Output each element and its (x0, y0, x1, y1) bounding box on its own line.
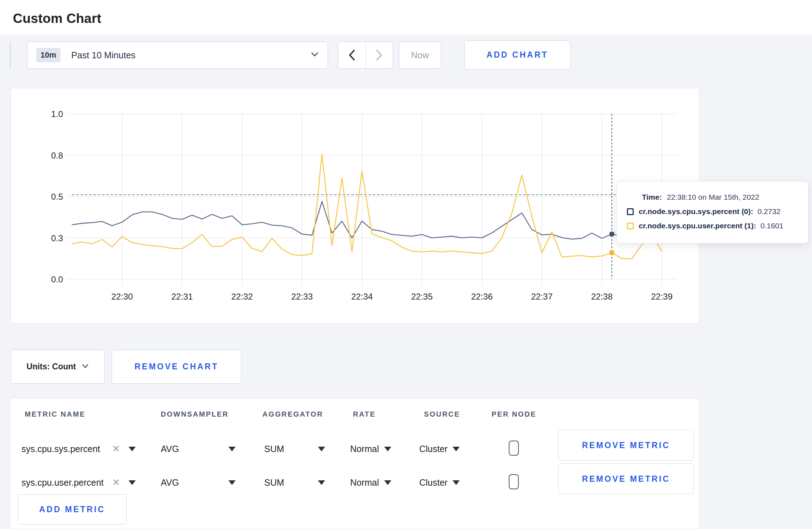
source-value: Cluster (419, 477, 448, 488)
header-metric-name: METRIC NAME (25, 410, 86, 418)
page-title: Custom Chart (13, 11, 101, 26)
chevron-down-icon (310, 52, 319, 59)
chevron-right-icon (374, 49, 384, 61)
series-swatch-sys (627, 208, 634, 215)
downsampler-value: AVG (161, 477, 179, 488)
svg-text:22:36: 22:36 (471, 292, 493, 301)
tooltip-time-label: Time: (642, 193, 662, 202)
chart-tooltip: Time: 22:38:10 on Mar 15th, 2022 cr.node… (617, 181, 808, 243)
metric-name-select[interactable]: sys.cpu.sys.percent (21, 441, 100, 457)
chevron-down-icon (82, 364, 89, 370)
dropdown-arrow-icon (453, 447, 460, 451)
downsampler-value: AVG (161, 444, 179, 454)
metrics-table: METRIC NAME DOWNSAMPLER AGGREGATOR RATE … (10, 398, 699, 529)
page-header-band (0, 0, 812, 34)
dropdown-arrow-icon[interactable] (129, 447, 136, 451)
aggregator-select[interactable]: SUM (264, 475, 284, 490)
dropdown-arrow-icon[interactable] (228, 447, 236, 451)
dropdown-arrow-icon[interactable] (318, 447, 325, 451)
dropdown-arrow-icon[interactable] (318, 480, 325, 485)
svg-text:22:39: 22:39 (651, 292, 672, 301)
header-rate: RATE (353, 410, 376, 418)
svg-text:22:34: 22:34 (351, 292, 373, 301)
tooltip-series-label: cr.node.sys.cpu.user.percent (1): (639, 222, 756, 230)
add-chart-button[interactable]: ADD CHART (464, 40, 570, 69)
dropdown-arrow-icon (384, 480, 391, 485)
dropdown-arrow-icon (453, 480, 460, 485)
chevron-left-icon (347, 49, 357, 61)
svg-text:0.3: 0.3 (51, 233, 63, 243)
metric-name-value: sys.cpu.user.percent (21, 477, 103, 488)
units-label: Units: Count (26, 362, 76, 372)
time-window-label: Past 10 Minutes (71, 50, 135, 60)
remove-metric-button[interactable]: REMOVE METRIC (558, 464, 694, 494)
rate-value: Normal (350, 477, 379, 488)
tooltip-series-value: 0.1601 (760, 222, 783, 230)
svg-text:0.0: 0.0 (51, 275, 63, 284)
rate-value: Normal (350, 444, 379, 454)
svg-text:22:33: 22:33 (291, 292, 313, 301)
rate-select[interactable]: Normal (350, 475, 391, 490)
now-button[interactable]: Now (399, 42, 441, 69)
time-window-badge: 10m (36, 48, 61, 62)
clear-metric-icon[interactable]: ✕ (112, 475, 120, 490)
header-per-node: PER NODE (492, 410, 536, 418)
remove-chart-button[interactable]: REMOVE CHART (112, 350, 241, 384)
aggregator-value: SUM (264, 477, 284, 488)
add-chart-label: ADD CHART (487, 50, 548, 60)
svg-text:22:31: 22:31 (171, 292, 193, 301)
header-source: SOURCE (424, 410, 460, 418)
add-metric-label: ADD METRIC (39, 505, 105, 514)
svg-text:0.5: 0.5 (51, 192, 63, 202)
svg-text:22:37: 22:37 (531, 292, 552, 301)
units-dropdown[interactable]: Units: Count (11, 350, 105, 384)
metric-name-value: sys.cpu.sys.percent (21, 444, 100, 454)
svg-text:0.8: 0.8 (51, 151, 63, 160)
timeseries-chart[interactable]: 1.00.80.50.30.022:3022:3122:3222:3322:34… (11, 88, 699, 323)
remove-chart-label: REMOVE CHART (135, 362, 219, 372)
dropdown-arrow-icon (384, 447, 391, 451)
header-aggregator: AGGREGATOR (262, 410, 323, 418)
per-node-checkbox[interactable] (509, 441, 519, 456)
svg-text:22:30: 22:30 (111, 292, 133, 301)
chart-card: 1.00.80.50.30.022:3022:3122:3222:3322:34… (10, 88, 699, 324)
svg-text:22:38: 22:38 (591, 292, 613, 301)
metric-name-select[interactable]: sys.cpu.user.percent (21, 475, 103, 490)
per-node-checkbox[interactable] (509, 474, 519, 489)
tooltip-time-row: Time: 22:38:10 on Mar 15th, 2022 (627, 190, 808, 204)
remove-metric-label: REMOVE METRIC (582, 474, 670, 484)
aggregator-value: SUM (264, 444, 284, 454)
series-swatch-user (627, 223, 634, 229)
svg-text:22:32: 22:32 (231, 292, 253, 301)
source-select[interactable]: Cluster (419, 441, 460, 457)
time-window-dropdown[interactable]: 10m Past 10 Minutes (27, 42, 328, 69)
dropdown-arrow-icon[interactable] (228, 480, 236, 485)
remove-metric-label: REMOVE METRIC (582, 441, 670, 450)
svg-text:22:35: 22:35 (411, 292, 432, 301)
tooltip-time-value: 22:38:10 on Mar 15th, 2022 (667, 193, 759, 202)
aggregator-select[interactable]: SUM (264, 441, 284, 457)
toolbar-divider (10, 42, 11, 68)
rate-select[interactable]: Normal (350, 441, 391, 457)
source-value: Cluster (419, 444, 448, 454)
prev-time-button[interactable] (338, 42, 366, 68)
downsampler-select[interactable]: AVG (161, 441, 179, 457)
remove-metric-button[interactable]: REMOVE METRIC (558, 430, 694, 461)
clear-metric-icon[interactable]: ✕ (112, 441, 120, 457)
time-step-buttons (338, 42, 393, 69)
tooltip-series-row: cr.node.sys.cpu.sys.percent (0): 0.2732 (627, 204, 808, 219)
tooltip-series-value: 0.2732 (758, 207, 780, 216)
add-metric-button[interactable]: ADD METRIC (18, 494, 127, 525)
tooltip-series-row: cr.node.sys.cpu.user.percent (1): 0.1601 (627, 219, 808, 233)
header-downsampler: DOWNSAMPLER (161, 410, 229, 418)
dropdown-arrow-icon[interactable] (129, 480, 136, 485)
svg-text:1.0: 1.0 (51, 109, 63, 119)
next-time-button[interactable] (366, 42, 393, 68)
tooltip-series-label: cr.node.sys.cpu.sys.percent (0): (639, 207, 753, 216)
downsampler-select[interactable]: AVG (161, 475, 179, 490)
source-select[interactable]: Cluster (419, 475, 460, 490)
